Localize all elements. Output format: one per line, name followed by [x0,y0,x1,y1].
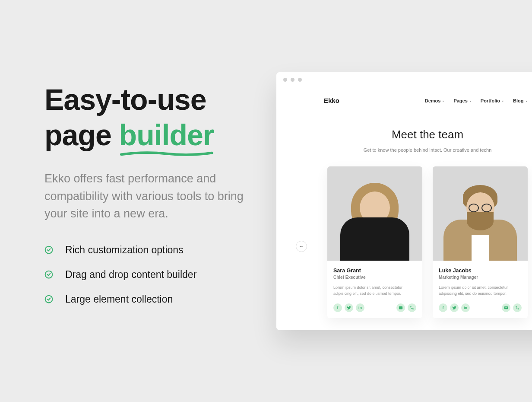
browser-bar [276,72,532,87]
team-name: Luke Jacobs [439,268,522,274]
subheadline: Ekko offers fast performance and compati… [44,170,252,223]
feature-label: Drag and drop content builder [65,269,196,281]
arrow-left-icon: ← [299,243,304,249]
prev-button[interactable]: ← [296,241,307,252]
team-photo [433,166,528,261]
nav-menu: Demos⌄ Pages⌄ Portfolio⌄ Blog⌄ Shop⌄ [425,98,532,103]
browser-preview: Ekko Demos⌄ Pages⌄ Portfolio⌄ Blog⌄ Shop… [276,72,532,330]
window-dot-icon [291,78,294,82]
brand-logo[interactable]: Ekko [324,97,339,104]
underline-icon [119,150,214,158]
window-dot-icon [298,78,302,82]
team-role: Marketing Manager [439,275,522,280]
feature-item: Large element collection [44,294,252,305]
team-desc: Lorem ipsum dolor sit amet, consectetur … [439,285,522,297]
feature-item: Drag and drop content builder [44,269,252,281]
facebook-icon[interactable]: f [439,303,447,312]
chevron-down-icon: ⌄ [525,99,528,102]
check-icon [44,295,53,303]
feature-label: Rich customization options [65,244,184,256]
nav-item-portfolio[interactable]: Portfolio⌄ [481,98,504,103]
email-icon[interactable] [502,303,510,312]
headline-line2-prefix: page [44,118,119,151]
team-name: Sara Grant [333,268,416,274]
phone-icon[interactable] [513,303,522,312]
twitter-icon[interactable] [450,303,459,312]
linkedin-icon[interactable]: in [461,303,470,312]
chevron-down-icon: ⌄ [469,99,472,102]
nav-item-demos[interactable]: Demos⌄ [425,98,445,103]
section-subtitle: Get to know the people behind Intact. Ou… [276,147,532,153]
check-icon [44,270,53,279]
team-desc: Lorem ipsum dolor sit amet, consectetur … [333,285,416,297]
headline: Easy-to-use page builder [44,82,252,153]
headline-accent: builder [119,118,214,153]
nav-item-pages[interactable]: Pages⌄ [453,98,472,103]
feature-label: Large element collection [65,294,173,305]
chevron-down-icon: ⌄ [501,99,504,102]
linkedin-icon[interactable]: in [356,303,364,312]
check-icon [44,246,53,254]
headline-line1: Easy-to-use [44,83,206,116]
team-card[interactable]: Luke Jacobs Marketing Manager Lorem ipsu… [433,166,528,318]
nav-row: Ekko Demos⌄ Pages⌄ Portfolio⌄ Blog⌄ Shop… [276,97,532,104]
team-card[interactable]: Sara Grant Chief Executive Lorem ipsum d… [327,166,422,318]
email-icon[interactable] [396,303,405,312]
facebook-icon[interactable]: f [333,303,342,312]
nav-item-blog[interactable]: Blog⌄ [513,98,528,103]
team-role: Chief Executive [333,275,416,280]
features-list: Rich customization options Drag and drop… [44,244,252,305]
twitter-icon[interactable] [345,303,353,312]
feature-item: Rich customization options [44,244,252,256]
section-title: Meet the team [276,128,532,141]
window-dot-icon [283,78,287,82]
team-photo [327,166,422,261]
team-cards: Sara Grant Chief Executive Lorem ipsum d… [327,166,532,318]
phone-icon[interactable] [408,303,416,312]
chevron-down-icon: ⌄ [442,99,445,102]
